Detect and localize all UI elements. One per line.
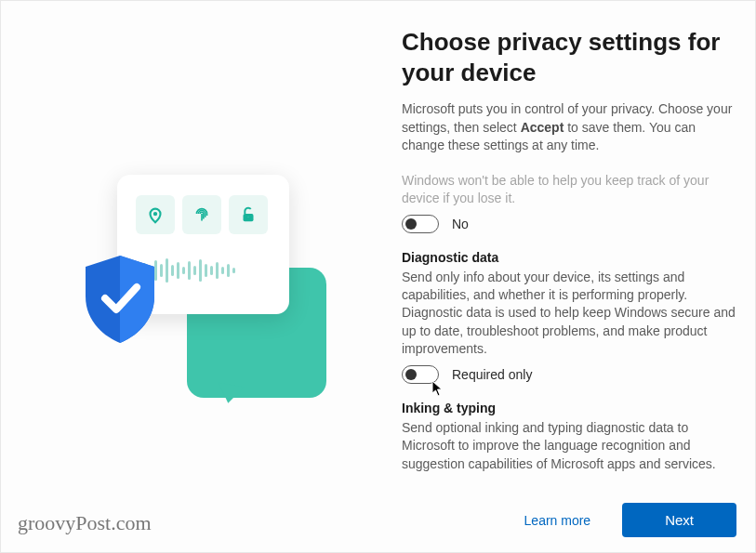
location-pin-icon: [136, 195, 175, 234]
watermark-text: groovyPost.com: [18, 511, 152, 535]
unlock-icon: [229, 195, 268, 234]
shield-check-icon: [80, 254, 160, 347]
diagnostic-data-description: Send only info about your device, its se…: [402, 269, 736, 359]
find-my-device-partial-text: Windows won't be able to help you keep t…: [402, 172, 736, 207]
illustration-pane: [1, 1, 391, 552]
diagnostic-data-heading: Diagnostic data: [402, 250, 736, 265]
svg-point-2: [247, 216, 250, 218]
find-my-device-toggle-label: No: [452, 217, 469, 231]
footer-actions: Learn more Next: [524, 503, 736, 537]
content-pane: Choose privacy settings for your device …: [402, 1, 736, 552]
next-button[interactable]: Next: [622, 503, 736, 537]
privacy-illustration: [66, 156, 326, 398]
chat-bubble-tail: [215, 382, 244, 405]
intro-bold: Accept: [521, 120, 564, 135]
fingerprint-icon: [182, 195, 221, 234]
page-title: Choose privacy settings for your device: [402, 27, 736, 87]
diagnostic-data-toggle-label: Required only: [452, 367, 532, 382]
inking-typing-description: Send optional inking and typing diagnost…: [402, 419, 736, 473]
settings-scroll-area[interactable]: Windows won't be able to help you keep t…: [402, 172, 736, 479]
diagnostic-data-toggle[interactable]: [402, 365, 439, 384]
inking-typing-heading: Inking & typing: [402, 401, 736, 415]
intro-text: Microsoft puts you in control of your pr…: [402, 100, 736, 155]
svg-point-0: [153, 211, 157, 215]
find-my-device-toggle[interactable]: [402, 215, 439, 233]
learn-more-link[interactable]: Learn more: [524, 513, 591, 528]
